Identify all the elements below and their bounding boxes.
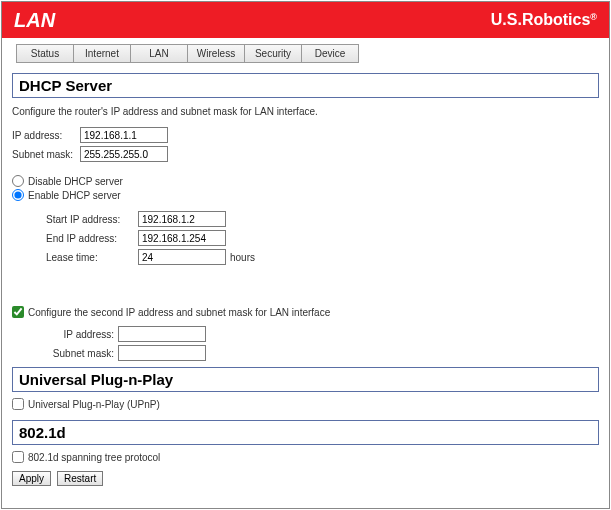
end-ip-label: End IP address: — [46, 233, 138, 244]
second-ip-input[interactable] — [118, 326, 206, 342]
enable-dhcp-row[interactable]: Enable DHCP server — [12, 189, 599, 201]
tab-security[interactable]: Security — [244, 44, 302, 63]
stp-check-row[interactable]: 802.1d spanning tree protocol — [12, 451, 599, 463]
second-ip-check-row[interactable]: Configure the second IP address and subn… — [12, 306, 599, 318]
lease-input[interactable] — [138, 249, 226, 265]
ip-input[interactable] — [80, 127, 168, 143]
second-ip-row: IP address: — [46, 326, 599, 342]
tab-wireless[interactable]: Wireless — [187, 44, 245, 63]
content-area: DHCP Server Configure the router's IP ad… — [2, 73, 609, 494]
second-subnet-label: Subnet mask: — [46, 348, 118, 359]
section-dhcp-title: DHCP Server — [12, 73, 599, 98]
disable-dhcp-row[interactable]: Disable DHCP server — [12, 175, 599, 187]
brand-text: U.S.Robotics — [491, 11, 591, 28]
dhcp-description: Configure the router's IP address and su… — [12, 106, 599, 117]
nav-tabs: Status Internet LAN Wireless Security De… — [2, 38, 609, 69]
brand-logo: U.S.Robotics® — [491, 11, 597, 29]
second-ip-check-label: Configure the second IP address and subn… — [28, 307, 330, 318]
enable-dhcp-label: Enable DHCP server — [28, 190, 121, 201]
ip-label: IP address: — [12, 130, 80, 141]
apply-button[interactable]: Apply — [12, 471, 51, 486]
lease-unit: hours — [230, 252, 255, 263]
section-stp-title: 802.1d — [12, 420, 599, 445]
tab-status[interactable]: Status — [16, 44, 74, 63]
ip-row: IP address: — [12, 127, 599, 143]
start-ip-input[interactable] — [138, 211, 226, 227]
tab-device[interactable]: Device — [301, 44, 359, 63]
lease-row: Lease time: hours — [46, 249, 599, 265]
page-title: LAN — [14, 9, 55, 32]
brand-reg: ® — [590, 12, 597, 22]
app-frame: LAN U.S.Robotics® Status Internet LAN Wi… — [1, 1, 610, 509]
tab-lan[interactable]: LAN — [130, 44, 188, 63]
end-ip-row: End IP address: — [46, 230, 599, 246]
lease-label: Lease time: — [46, 252, 138, 263]
header-bar: LAN U.S.Robotics® — [2, 2, 609, 38]
stp-check-label: 802.1d spanning tree protocol — [28, 452, 160, 463]
second-ip-label: IP address: — [46, 329, 118, 340]
disable-dhcp-label: Disable DHCP server — [28, 176, 123, 187]
upnp-check-label: Universal Plug-n-Play (UPnP) — [28, 399, 160, 410]
tab-internet[interactable]: Internet — [73, 44, 131, 63]
restart-button[interactable]: Restart — [57, 471, 103, 486]
dhcp-range-group: Start IP address: End IP address: Lease … — [46, 211, 599, 265]
button-row: Apply Restart — [12, 471, 599, 486]
second-ip-group: IP address: Subnet mask: — [46, 326, 599, 361]
second-subnet-row: Subnet mask: — [46, 345, 599, 361]
subnet-row: Subnet mask: — [12, 146, 599, 162]
upnp-checkbox[interactable] — [12, 398, 24, 410]
second-subnet-input[interactable] — [118, 345, 206, 361]
subnet-input[interactable] — [80, 146, 168, 162]
subnet-label: Subnet mask: — [12, 149, 80, 160]
start-ip-row: Start IP address: — [46, 211, 599, 227]
start-ip-label: Start IP address: — [46, 214, 138, 225]
upnp-check-row[interactable]: Universal Plug-n-Play (UPnP) — [12, 398, 599, 410]
disable-dhcp-radio[interactable] — [12, 175, 24, 187]
end-ip-input[interactable] — [138, 230, 226, 246]
stp-checkbox[interactable] — [12, 451, 24, 463]
enable-dhcp-radio[interactable] — [12, 189, 24, 201]
section-upnp-title: Universal Plug-n-Play — [12, 367, 599, 392]
second-ip-checkbox[interactable] — [12, 306, 24, 318]
